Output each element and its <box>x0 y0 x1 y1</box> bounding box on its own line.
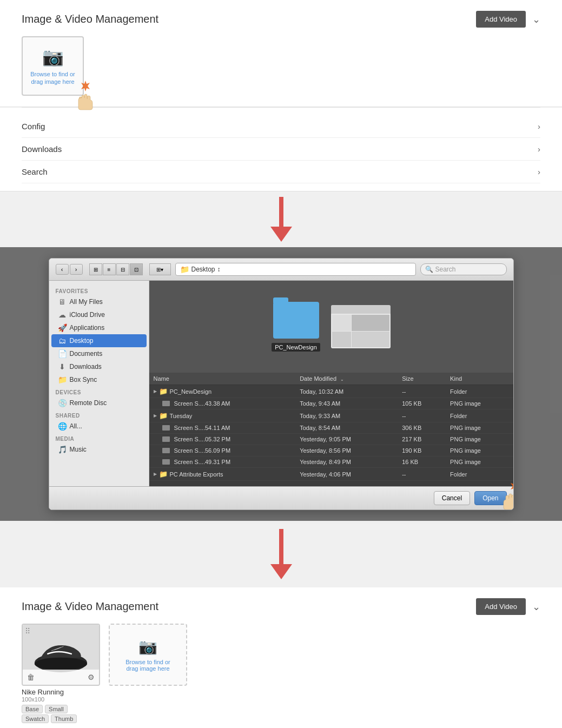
image-card-inner: ⠿ <box>22 624 100 686</box>
expand-arrow[interactable]: ▶ <box>154 413 157 418</box>
documents-icon: 📄 <box>58 349 67 358</box>
config-chevron[interactable]: › <box>538 122 540 131</box>
file-kind: PNG image <box>446 434 513 445</box>
screenshot-titlebar <box>331 305 391 314</box>
card-actions: 🗑 ⚙ <box>23 670 99 685</box>
svg-marker-0 <box>81 81 90 91</box>
file-date: Yesterday, 8:56 PM <box>295 445 398 456</box>
column-view-button[interactable]: ⊟ <box>116 263 129 275</box>
top-section-title: Image & Video Management <box>22 13 158 25</box>
screenshot-body <box>331 314 391 348</box>
sidebar-item-music[interactable]: 🎵 Music <box>51 443 147 456</box>
view-buttons: ⊞ ≡ ⊟ ⊡ <box>89 263 143 275</box>
image-file-icon <box>162 448 170 453</box>
expand-arrow[interactable]: ▶ <box>154 472 157 476</box>
file-size: -- <box>398 409 446 422</box>
top-add-video-button[interactable]: Add Video <box>476 11 526 28</box>
sidebar-item-remote-disc[interactable]: 💿 Remote Disc <box>51 396 147 409</box>
settings-image-button[interactable]: ⚙ <box>87 672 96 683</box>
file-size: -- <box>398 468 446 481</box>
sidebar-item-downloads[interactable]: ⬇ Downloads <box>51 360 147 373</box>
cursor-hand-icon2 <box>499 482 514 510</box>
table-row[interactable]: ▶ 📁 Tuesday Today, 9:33 AM -- Folder <box>149 409 513 422</box>
arrow1-shaft <box>279 197 283 227</box>
file-size: 16 KB <box>398 456 446 468</box>
arrange-button[interactable]: ⊞▾ <box>149 263 171 275</box>
all-my-files-icon: 🖥 <box>58 297 67 306</box>
col-kind: Kind <box>446 373 513 385</box>
image-size: 100x100 <box>22 696 100 703</box>
sidebar-item-box-sync[interactable]: 📁 Box Sync <box>51 373 147 386</box>
drag-handle[interactable]: ⠿ <box>25 627 30 636</box>
file-size: 190 KB <box>398 445 446 456</box>
downloads-icon: ⬇ <box>58 362 67 371</box>
file-name-cell: ▶ 📁 Tuesday <box>149 409 296 422</box>
sidebar-item-label: Box Sync <box>70 376 97 383</box>
sidebar-item-label: iCloud Drive <box>70 311 105 319</box>
table-row[interactable]: ▶ 📁 PC Attribute Exports Yesterday, 4:06… <box>149 468 513 481</box>
cursor-hand-icon <box>73 81 97 115</box>
file-name: Screen S....56.09 PM <box>174 447 231 454</box>
delete-image-button[interactable]: 🗑 <box>26 672 36 683</box>
sidebar-item-icloud-drive[interactable]: ☁ iCloud Drive <box>51 308 147 321</box>
table-row[interactable]: ▶ 📁 PC_NewDesign Today, 10:32 AM -- Fold… <box>149 385 513 398</box>
tag-thumb: Thumb <box>51 714 77 723</box>
downloads-chevron[interactable]: › <box>538 144 540 154</box>
table-row[interactable]: Screen S....05.32 PM Yesterday, 9:05 PM … <box>149 434 513 445</box>
camera-icon2: 📷 <box>138 638 157 656</box>
expand-arrow[interactable]: ▶ <box>154 389 157 394</box>
top-section-chevron[interactable]: ⌄ <box>532 14 540 25</box>
file-date: Today, 10:32 AM <box>295 385 398 398</box>
sidebar-item-documents[interactable]: 📄 Documents <box>51 347 147 360</box>
finder-wrapper: ‹ › ⊞ ≡ ⊟ ⊡ ⊞▾ 📁 Desktop ↕ 🔍 Search <box>0 247 562 521</box>
sidebar-item-label: Applications <box>70 324 105 332</box>
col-name: Name <box>149 373 296 385</box>
arrow1-wrapper <box>0 191 562 247</box>
image-tags: Base Small <box>22 705 100 713</box>
desktop-icon: 🗂 <box>58 336 67 345</box>
arrow2-head <box>270 564 292 579</box>
sidebar-item-desktop[interactable]: 🗂 Desktop <box>51 334 147 347</box>
sidebar-item-all-shared[interactable]: 🌐 All... <box>51 420 147 433</box>
file-date: Today, 9:43 AM <box>295 398 398 409</box>
file-name: Screen S....49.31 PM <box>174 459 231 465</box>
search-bar[interactable]: 🔍 Search <box>420 263 507 275</box>
list-view-button[interactable]: ≡ <box>103 263 116 275</box>
search-icon: 🔍 <box>425 266 433 273</box>
upload-box2[interactable]: 📷 Browse to find or drag image here <box>109 624 187 686</box>
table-row[interactable]: Screen S....54.11 AM Today, 8:54 AM 306 … <box>149 422 513 434</box>
finder-toolbar: ‹ › ⊞ ≡ ⊟ ⊡ ⊞▾ 📁 Desktop ↕ 🔍 Search <box>49 259 513 281</box>
arrow2-shaft <box>279 529 283 564</box>
sidebar-item-label: Downloads <box>70 363 102 370</box>
box-sync-icon: 📁 <box>58 375 67 384</box>
icon-view-button[interactable]: ⊞ <box>89 263 102 275</box>
finder-cancel-button[interactable]: Cancel <box>434 491 470 505</box>
file-size: 217 KB <box>398 434 446 445</box>
sidebar-item-label: Documents <box>70 350 103 358</box>
file-name-cell: Screen S....43.38 AM <box>149 398 296 409</box>
forward-button[interactable]: › <box>70 264 83 275</box>
file-size: -- <box>398 385 446 398</box>
sidebar-item-all-my-files[interactable]: 🖥 All My Files <box>51 295 147 308</box>
table-row[interactable]: Screen S....49.31 PM Yesterday, 8:49 PM … <box>149 456 513 468</box>
bottom-section-chevron[interactable]: ⌄ <box>532 601 540 613</box>
downloads-label: Downloads <box>22 144 62 154</box>
table-row[interactable]: Screen S....43.38 AM Today, 9:43 AM 105 … <box>149 398 513 409</box>
config-label: Config <box>22 122 45 131</box>
file-date: Today, 8:54 AM <box>295 422 398 434</box>
big-folder-icon <box>273 302 319 340</box>
search-chevron[interactable]: › <box>538 167 540 176</box>
bottom-add-video-button[interactable]: Add Video <box>476 598 526 615</box>
image-name: Nike Running <box>22 688 100 696</box>
col-size: Size <box>398 373 446 385</box>
col-date[interactable]: Date Modified ⌄ <box>295 373 398 385</box>
file-name-cell: Screen S....05.32 PM <box>149 434 296 445</box>
back-button[interactable]: ‹ <box>56 264 69 275</box>
file-name-cell: ▶ 📁 PC Attribute Exports <box>149 468 296 481</box>
file-kind: PNG image <box>446 456 513 468</box>
image-grid: ⠿ <box>22 624 540 723</box>
sidebar-item-applications[interactable]: 🚀 Applications <box>51 321 147 334</box>
bottom-image-management-section: Image & Video Management Add Video ⌄ ⠿ <box>0 587 562 728</box>
cover-flow-button[interactable]: ⊡ <box>130 263 143 275</box>
table-row[interactable]: Screen S....56.09 PM Yesterday, 8:56 PM … <box>149 445 513 456</box>
